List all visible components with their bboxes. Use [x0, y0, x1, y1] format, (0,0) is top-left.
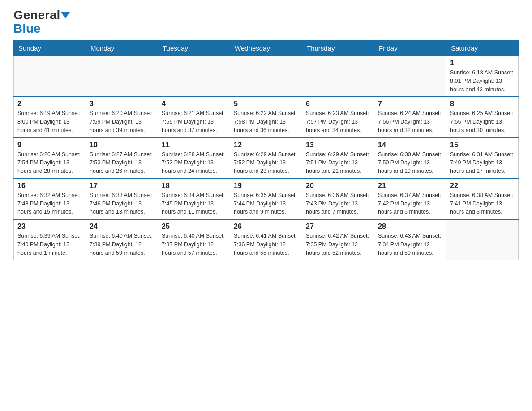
- calendar-week-row: 16Sunrise: 6:32 AM Sunset: 7:48 PM Dayli…: [14, 179, 519, 219]
- day-number: 17: [90, 182, 154, 190]
- calendar-cell: 3Sunrise: 6:20 AM Sunset: 7:59 PM Daylig…: [86, 97, 158, 137]
- day-number: 24: [90, 223, 154, 231]
- day-number: 16: [17, 182, 82, 190]
- day-info: Sunrise: 6:18 AM Sunset: 8:01 PM Dayligh…: [450, 68, 515, 94]
- day-info: Sunrise: 6:43 AM Sunset: 7:34 PM Dayligh…: [378, 232, 442, 257]
- day-info: Sunrise: 6:25 AM Sunset: 7:55 PM Dayligh…: [450, 109, 515, 134]
- calendar-cell: 11Sunrise: 6:28 AM Sunset: 7:53 PM Dayli…: [158, 138, 230, 179]
- day-number: 27: [306, 223, 370, 231]
- calendar-cell: [230, 56, 302, 97]
- day-number: 8: [450, 100, 515, 108]
- calendar-cell: [446, 219, 519, 260]
- day-number: 25: [162, 223, 226, 231]
- day-info: Sunrise: 6:40 AM Sunset: 7:37 PM Dayligh…: [162, 232, 226, 257]
- day-number: 3: [90, 100, 154, 108]
- page-header: General Blue: [13, 9, 519, 36]
- day-number: 18: [162, 182, 226, 190]
- day-info: Sunrise: 6:31 AM Sunset: 7:49 PM Dayligh…: [450, 150, 515, 176]
- day-number: 23: [17, 223, 82, 231]
- calendar-cell: 6Sunrise: 6:23 AM Sunset: 7:57 PM Daylig…: [302, 97, 374, 137]
- day-info: Sunrise: 6:27 AM Sunset: 7:53 PM Dayligh…: [90, 150, 154, 176]
- calendar-cell: 9Sunrise: 6:26 AM Sunset: 7:54 PM Daylig…: [14, 138, 86, 179]
- calendar-cell: 17Sunrise: 6:33 AM Sunset: 7:46 PM Dayli…: [86, 179, 158, 219]
- logo: General Blue: [13, 9, 70, 36]
- day-number: 4: [162, 100, 226, 108]
- calendar-cell: [158, 56, 230, 97]
- calendar-cell: [302, 56, 374, 97]
- day-info: Sunrise: 6:39 AM Sunset: 7:40 PM Dayligh…: [17, 232, 82, 257]
- day-info: Sunrise: 6:22 AM Sunset: 7:58 PM Dayligh…: [234, 109, 298, 134]
- calendar-cell: 15Sunrise: 6:31 AM Sunset: 7:49 PM Dayli…: [446, 138, 519, 179]
- calendar-cell: [374, 56, 446, 97]
- day-info: Sunrise: 6:19 AM Sunset: 8:00 PM Dayligh…: [17, 109, 82, 134]
- calendar-week-row: 23Sunrise: 6:39 AM Sunset: 7:40 PM Dayli…: [14, 219, 519, 260]
- calendar-cell: 20Sunrise: 6:36 AM Sunset: 7:43 PM Dayli…: [302, 179, 374, 219]
- calendar-cell: 28Sunrise: 6:43 AM Sunset: 7:34 PM Dayli…: [374, 219, 446, 260]
- calendar-cell: 19Sunrise: 6:35 AM Sunset: 7:44 PM Dayli…: [230, 179, 302, 219]
- day-number: 12: [234, 141, 298, 149]
- calendar-cell: 4Sunrise: 6:21 AM Sunset: 7:59 PM Daylig…: [158, 97, 230, 137]
- calendar-cell: 10Sunrise: 6:27 AM Sunset: 7:53 PM Dayli…: [86, 138, 158, 179]
- weekday-header-sunday: Sunday: [14, 41, 86, 56]
- day-info: Sunrise: 6:37 AM Sunset: 7:42 PM Dayligh…: [378, 191, 442, 216]
- day-info: Sunrise: 6:35 AM Sunset: 7:44 PM Dayligh…: [234, 191, 298, 216]
- day-number: 28: [378, 223, 442, 231]
- calendar-table: SundayMondayTuesdayWednesdayThursdayFrid…: [13, 40, 519, 260]
- day-number: 13: [306, 141, 370, 149]
- logo-arrow-icon: [61, 12, 70, 18]
- day-info: Sunrise: 6:30 AM Sunset: 7:50 PM Dayligh…: [378, 150, 442, 176]
- calendar-week-row: 2Sunrise: 6:19 AM Sunset: 8:00 PM Daylig…: [14, 97, 519, 137]
- day-info: Sunrise: 6:28 AM Sunset: 7:53 PM Dayligh…: [162, 150, 226, 176]
- day-number: 10: [90, 141, 154, 149]
- calendar-cell: 14Sunrise: 6:30 AM Sunset: 7:50 PM Dayli…: [374, 138, 446, 179]
- calendar-cell: 16Sunrise: 6:32 AM Sunset: 7:48 PM Dayli…: [14, 179, 86, 219]
- day-number: 6: [306, 100, 370, 108]
- calendar-cell: 2Sunrise: 6:19 AM Sunset: 8:00 PM Daylig…: [14, 97, 86, 137]
- day-info: Sunrise: 6:42 AM Sunset: 7:35 PM Dayligh…: [306, 232, 370, 257]
- calendar-week-row: 9Sunrise: 6:26 AM Sunset: 7:54 PM Daylig…: [14, 138, 519, 179]
- calendar-cell: 25Sunrise: 6:40 AM Sunset: 7:37 PM Dayli…: [158, 219, 230, 260]
- day-number: 7: [378, 100, 442, 108]
- weekday-header-friday: Friday: [374, 41, 446, 56]
- day-number: 21: [378, 182, 442, 190]
- calendar-cell: 7Sunrise: 6:24 AM Sunset: 7:56 PM Daylig…: [374, 97, 446, 137]
- weekday-header-wednesday: Wednesday: [230, 41, 302, 56]
- calendar-cell: 12Sunrise: 6:29 AM Sunset: 7:52 PM Dayli…: [230, 138, 302, 179]
- day-info: Sunrise: 6:36 AM Sunset: 7:43 PM Dayligh…: [306, 191, 370, 216]
- day-number: 2: [17, 100, 82, 108]
- calendar-cell: 13Sunrise: 6:29 AM Sunset: 7:51 PM Dayli…: [302, 138, 374, 179]
- day-info: Sunrise: 6:23 AM Sunset: 7:57 PM Dayligh…: [306, 109, 370, 134]
- calendar-cell: 21Sunrise: 6:37 AM Sunset: 7:42 PM Dayli…: [374, 179, 446, 219]
- day-number: 14: [378, 141, 442, 149]
- calendar-cell: 22Sunrise: 6:38 AM Sunset: 7:41 PM Dayli…: [446, 179, 519, 219]
- day-number: 22: [450, 182, 515, 190]
- calendar-cell: 1Sunrise: 6:18 AM Sunset: 8:01 PM Daylig…: [446, 56, 519, 97]
- weekday-header-thursday: Thursday: [302, 41, 374, 56]
- calendar-cell: 27Sunrise: 6:42 AM Sunset: 7:35 PM Dayli…: [302, 219, 374, 260]
- weekday-header-monday: Monday: [86, 41, 158, 56]
- day-info: Sunrise: 6:21 AM Sunset: 7:59 PM Dayligh…: [162, 109, 226, 134]
- weekday-header-tuesday: Tuesday: [158, 41, 230, 56]
- day-info: Sunrise: 6:24 AM Sunset: 7:56 PM Dayligh…: [378, 109, 442, 134]
- logo-general: General: [13, 9, 60, 21]
- day-info: Sunrise: 6:33 AM Sunset: 7:46 PM Dayligh…: [90, 191, 154, 216]
- calendar-cell: 8Sunrise: 6:25 AM Sunset: 7:55 PM Daylig…: [446, 97, 519, 137]
- day-number: 1: [450, 59, 515, 67]
- calendar-week-row: 1Sunrise: 6:18 AM Sunset: 8:01 PM Daylig…: [14, 56, 519, 97]
- calendar-cell: [86, 56, 158, 97]
- day-number: 19: [234, 182, 298, 190]
- calendar-cell: 5Sunrise: 6:22 AM Sunset: 7:58 PM Daylig…: [230, 97, 302, 137]
- day-info: Sunrise: 6:41 AM Sunset: 7:36 PM Dayligh…: [234, 232, 298, 257]
- day-info: Sunrise: 6:34 AM Sunset: 7:45 PM Dayligh…: [162, 191, 226, 216]
- day-number: 20: [306, 182, 370, 190]
- day-number: 5: [234, 100, 298, 108]
- weekday-header-row: SundayMondayTuesdayWednesdayThursdayFrid…: [14, 41, 519, 56]
- day-info: Sunrise: 6:32 AM Sunset: 7:48 PM Dayligh…: [17, 191, 82, 216]
- day-number: 9: [17, 141, 82, 149]
- day-info: Sunrise: 6:38 AM Sunset: 7:41 PM Dayligh…: [450, 191, 515, 216]
- day-info: Sunrise: 6:26 AM Sunset: 7:54 PM Dayligh…: [17, 150, 82, 176]
- logo-blue: Blue: [13, 21, 41, 36]
- calendar-cell: 24Sunrise: 6:40 AM Sunset: 7:39 PM Dayli…: [86, 219, 158, 260]
- calendar-cell: [14, 56, 86, 97]
- day-number: 26: [234, 223, 298, 231]
